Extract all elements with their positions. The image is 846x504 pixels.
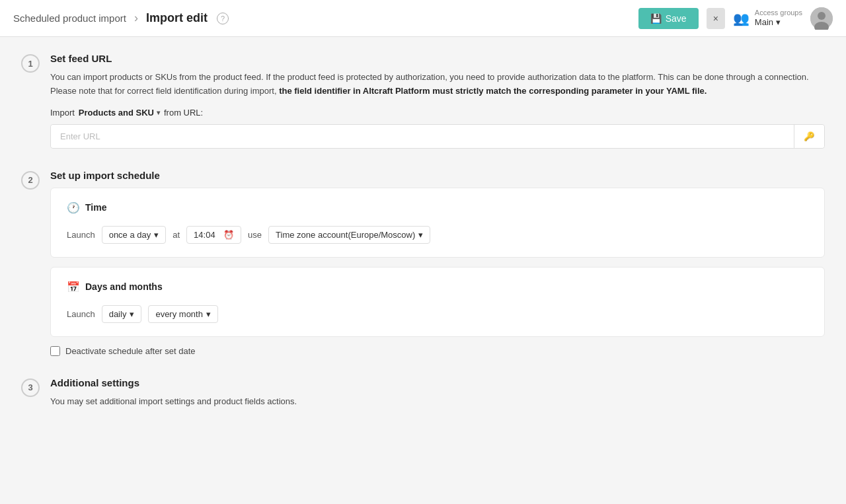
step-3-content: Additional settings You may set addition… [50,377,825,418]
deactivate-checkbox[interactable] [50,346,60,356]
description-bold: the field identifier in Altcraft Platfor… [279,86,707,96]
save-label: Save [666,13,687,24]
import-row: Import Products and SKU ▾ from URL: [50,108,825,118]
time-input[interactable] [194,230,220,240]
chevron-down-icon: ▾ [776,17,781,28]
breadcrumb-separator: › [134,11,138,25]
close-button[interactable]: × [707,8,725,29]
days-card-label: Days and months [85,281,163,292]
timezone-value: Time zone account(Europe/Moscow) [276,230,415,240]
day-option-select[interactable]: daily ▾ [102,305,142,323]
time-schedule-row: Launch once a day ▾ at ⏰ use Time zone a… [67,226,808,244]
timezone-chevron: ▾ [418,230,423,240]
save-icon: 💾 [650,13,662,24]
use-label: use [248,230,262,240]
import-type-dropdown[interactable]: Products and SKU ▾ [79,108,160,118]
access-groups-label: Access groups [755,9,802,17]
step-2-content: Set up import schedule 🕐 Time Launch onc… [50,170,825,356]
step-3: 3 Additional settings You may set additi… [21,377,825,418]
import-type-chevron: ▾ [157,109,160,116]
time-input-wrapper: ⏰ [186,226,241,244]
step-3-description: You may set additional import settings a… [50,395,825,409]
url-input-row: 🔑 [50,124,825,149]
url-input[interactable] [51,125,794,148]
launch-label: Launch [67,230,95,240]
frequency-chevron: ▾ [154,230,159,240]
access-groups-value[interactable]: Main ▾ [755,17,802,28]
step-3-number: 3 [21,378,40,397]
days-card: 📅 Days and months Launch daily ▾ every m… [50,267,825,337]
step-1-content: Set feed URL You can import products or … [50,53,825,149]
import-prefix: Import [50,108,75,118]
calendar-card-icon: 📅 [67,281,80,293]
step-2-title: Set up import schedule [50,170,825,181]
at-label: at [173,230,180,240]
breadcrumb-parent[interactable]: Scheduled product import [13,13,126,24]
time-card-title: 🕐 Time [67,201,808,214]
month-option-value: every month [155,309,203,319]
step-1: 1 Set feed URL You can import products o… [21,53,825,149]
import-suffix: from URL: [164,108,203,118]
month-option-select[interactable]: every month ▾ [148,305,218,323]
time-card: 🕐 Time Launch once a day ▾ at ⏰ use [50,188,825,258]
step-3-title: Additional settings [50,377,825,388]
frequency-value: once a day [109,230,151,240]
month-option-chevron: ▾ [206,309,211,319]
frequency-select[interactable]: once a day ▾ [102,226,167,244]
header-actions: 💾 Save × 👥 Access groups Main ▾ [638,7,833,30]
deactivate-row: Deactivate schedule after set date [50,346,825,356]
step-1-number: 1 [21,54,40,73]
header: Scheduled product import › Import edit ?… [0,0,846,37]
access-groups-name: Main [755,17,773,28]
access-groups-info: Access groups Main ▾ [755,9,802,28]
days-card-title: 📅 Days and months [67,281,808,293]
time-card-label: Time [85,202,106,213]
url-key-button[interactable]: 🔑 [794,125,824,148]
day-option-chevron: ▾ [130,309,134,319]
main-content: 1 Set feed URL You can import products o… [0,37,846,454]
step-2-number: 2 [21,171,40,190]
deactivate-label[interactable]: Deactivate schedule after set date [65,346,196,356]
avatar[interactable] [810,7,833,30]
help-icon[interactable]: ? [217,13,229,24]
step-1-title: Set feed URL [50,53,825,64]
breadcrumb: Scheduled product import › Import edit ? [13,11,229,25]
access-groups-icon: 👥 [733,11,750,26]
days-schedule-row: Launch daily ▾ every month ▾ [67,305,808,323]
breadcrumb-current: Import edit [146,11,208,25]
svg-point-1 [818,12,826,20]
timezone-select[interactable]: Time zone account(Europe/Moscow) ▾ [268,226,430,244]
days-launch-label: Launch [67,309,95,319]
access-groups: 👥 Access groups Main ▾ [733,9,802,28]
day-option-value: daily [109,309,127,319]
import-type-label: Products and SKU [79,108,154,118]
step-1-description: You can import products or SKUs from the… [50,71,825,98]
save-button[interactable]: 💾 Save [638,8,699,29]
clock-card-icon: 🕐 [67,201,80,214]
step-2: 2 Set up import schedule 🕐 Time Launch o… [21,170,825,356]
time-clock-icon: ⏰ [223,230,234,240]
